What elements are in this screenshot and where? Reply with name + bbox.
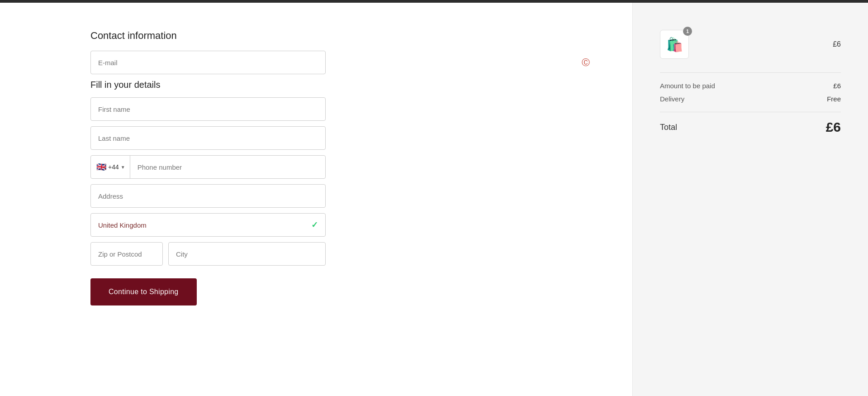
shopping-bag-icon: 🛍️ — [666, 37, 683, 52]
order-summary-panel: 1 🛍️ £6 Amount to be paid £6 Delivery Fr… — [633, 3, 868, 396]
amount-to-be-paid-row: Amount to be paid £6 — [660, 82, 841, 90]
address-input[interactable] — [90, 184, 326, 208]
total-label: Total — [660, 123, 677, 132]
country-selector[interactable]: United Kingdom ✓ — [90, 213, 326, 237]
address-group — [90, 184, 596, 208]
cart-thumbnail-wrapper: 1 🛍️ — [660, 30, 689, 59]
first-name-group — [90, 97, 596, 121]
order-summary: Amount to be paid £6 Delivery Free Total… — [660, 72, 841, 135]
cart-item-price: £6 — [833, 40, 841, 48]
fill-details-title: Fill in your details — [90, 80, 596, 90]
phone-country-code: +44 — [108, 163, 119, 171]
country-group: United Kingdom ✓ — [90, 213, 596, 237]
delivery-row: Delivery Free — [660, 95, 841, 103]
zip-input[interactable] — [90, 242, 163, 266]
email-error-icon: Ⓒ — [582, 57, 590, 68]
country-check-icon: ✓ — [311, 220, 318, 230]
uk-flag-icon: 🇬🇧 — [96, 162, 106, 172]
last-name-input[interactable] — [90, 126, 326, 150]
email-input[interactable] — [90, 51, 326, 74]
phone-number-input[interactable] — [130, 156, 325, 178]
city-input[interactable] — [168, 242, 326, 266]
cart-item-badge: 1 — [683, 27, 692, 36]
first-name-input[interactable] — [90, 97, 326, 121]
total-value: £6 — [826, 119, 841, 135]
cart-item-row: 1 🛍️ £6 — [660, 30, 841, 59]
page-layout: Contact information Ⓒ Fill in your detai… — [0, 3, 868, 396]
delivery-value: Free — [827, 95, 841, 103]
phone-prefix-arrow-icon: ▼ — [121, 165, 125, 170]
zip-city-row — [90, 242, 326, 266]
amount-to-be-paid-label: Amount to be paid — [660, 82, 715, 90]
delivery-label: Delivery — [660, 95, 684, 103]
country-value-text: United Kingdom — [98, 221, 311, 229]
contact-info-title: Contact information — [90, 30, 596, 42]
continue-to-shipping-button[interactable]: Continue to Shipping — [90, 278, 197, 305]
last-name-group — [90, 126, 596, 150]
amount-to-be-paid-value: £6 — [833, 82, 841, 90]
total-row: Total £6 — [660, 112, 841, 135]
email-field-wrapper: Ⓒ — [90, 51, 596, 74]
phone-group: 🇬🇧 +44 ▼ — [90, 155, 596, 179]
checkout-form-panel: Contact information Ⓒ Fill in your detai… — [0, 3, 633, 396]
phone-prefix-selector[interactable]: 🇬🇧 +44 ▼ — [91, 156, 130, 178]
phone-wrapper: 🇬🇧 +44 ▼ — [90, 155, 326, 179]
